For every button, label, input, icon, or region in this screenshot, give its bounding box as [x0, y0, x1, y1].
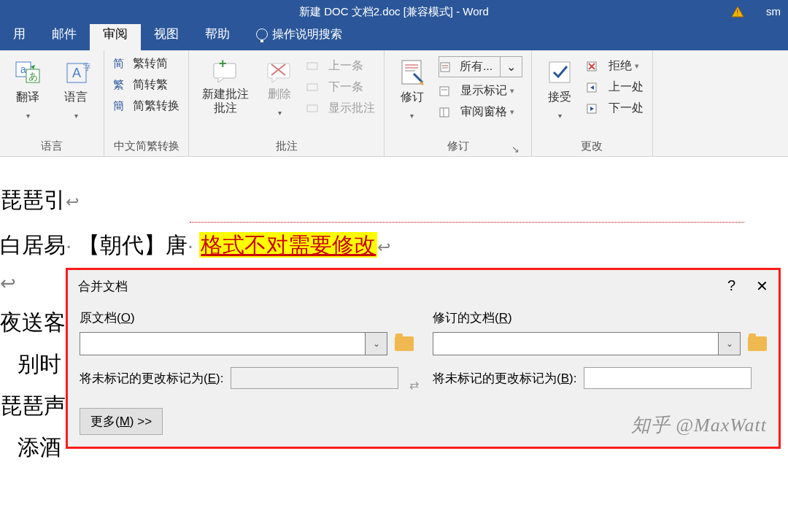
translate-label: 翻译: [16, 90, 39, 105]
group-convert: 简 繁转简 繁 简转繁 簡 简繁转换 中文简繁转换: [104, 50, 189, 156]
group-tracking: 修订 所有... ⌄ 显示标记 审阅窗格 修订↘: [385, 50, 532, 156]
dialog-help-button[interactable]: ?: [727, 277, 735, 295]
group-changes-label: 更改: [541, 139, 643, 156]
dropdown-indicator-icon: [278, 105, 282, 118]
svg-rect-17: [402, 61, 421, 84]
revised-document-dropdown[interactable]: ⌄: [719, 332, 741, 355]
revised-document-input[interactable]: [433, 332, 719, 355]
lightbulb-icon: [256, 28, 268, 40]
track-label: 修订: [401, 90, 424, 105]
group-convert-label: 中文简繁转换: [113, 139, 179, 156]
track-changes-button[interactable]: 修订: [393, 56, 431, 123]
original-mark-as-label: 将未标记的更改标记为(E):: [80, 370, 223, 387]
convert-label: 简繁转换: [133, 99, 179, 114]
svg-rect-15: [307, 84, 317, 90]
delete-comment-label: 删除: [268, 87, 291, 102]
prev-comment-label: 上一条: [328, 58, 363, 74]
svg-text:!: !: [737, 9, 739, 17]
title-bar: 新建 DOC 文档2.doc [兼容模式] - Word ! sm: [0, 0, 788, 24]
language-label: 语言: [64, 90, 88, 105]
prev-comment-button: 上一条: [306, 58, 374, 74]
next-change-button[interactable]: 下一处: [586, 101, 643, 116]
simp-to-trad-label: 简转繁: [133, 77, 168, 93]
tell-me-label: 操作说明搜索: [272, 28, 342, 40]
tell-me[interactable]: 操作说明搜索: [243, 20, 342, 50]
group-language: aあ 翻译 A字 语言 语言: [0, 50, 104, 156]
svg-text:あ: あ: [28, 71, 38, 82]
reject-label: 拒绝: [609, 58, 632, 74]
next-comment-button: 下一条: [306, 80, 374, 95]
display-for-review-dropdown[interactable]: 所有... ⌄: [439, 56, 522, 77]
swap-icon[interactable]: ⇄: [409, 378, 419, 392]
original-mark-as-input: [231, 367, 398, 389]
svg-text:A: A: [72, 66, 81, 80]
user-name: sm: [766, 5, 781, 18]
original-document-dropdown[interactable]: ⌄: [366, 332, 387, 355]
simp-to-trad-button[interactable]: 繁 简转繁: [113, 77, 179, 93]
group-comments: + 新建批注 批注 删除 上一条 下一条 显示批注 批注: [189, 50, 384, 156]
dropdown-indicator-icon: [26, 108, 30, 121]
revised-document-label: 修订的文档(R): [433, 305, 767, 332]
reviewing-pane-button[interactable]: 审阅窗格: [439, 104, 522, 120]
dropdown-indicator-icon: [410, 108, 414, 121]
svg-rect-14: [307, 63, 317, 69]
group-language-label: 语言: [9, 139, 95, 156]
convert-button[interactable]: 簡 简繁转换: [113, 99, 179, 114]
new-comment-button[interactable]: + 新建批注 批注: [198, 56, 253, 120]
svg-rect-16: [307, 105, 317, 112]
svg-rect-28: [549, 62, 570, 82]
group-changes: 接受 拒绝 上一处 下一处 更改: [532, 50, 652, 156]
highlighted-revision: 格式不对需要修改: [199, 232, 377, 258]
warning-icon: !: [731, 6, 744, 18]
doc-line-1: 琵琶引↩: [0, 179, 788, 220]
revised-mark-as-input[interactable]: [584, 367, 752, 389]
new-comment-label2: 批注: [214, 101, 237, 116]
svg-text:字: 字: [83, 62, 90, 72]
show-markup-button[interactable]: 显示标记: [439, 83, 522, 99]
document-area[interactable]: 琵琶引↩ 白居易· 【朝代】唐· 格式不对需要修改↩ ↩ 夜送客, 别时 琵琶声…: [0, 157, 788, 532]
revised-mark-as-label: 将未标记的更改标记为(B):: [433, 370, 576, 387]
dropdown-indicator-icon: [558, 108, 562, 121]
language-button[interactable]: A字 语言: [57, 56, 95, 123]
svg-text:a: a: [20, 63, 26, 75]
accept-label: 接受: [548, 90, 571, 105]
dialog-title: 合并文档: [78, 278, 128, 295]
svg-rect-26: [440, 108, 449, 117]
trad-to-simp-label: 繁转简: [133, 56, 168, 72]
ribbon-tabs: 用 邮件 审阅 视图 帮助 操作说明搜索: [0, 24, 788, 50]
display-for-review-label: 所有...: [455, 59, 497, 74]
new-comment-label1: 新建批注: [202, 87, 249, 102]
prev-change-label: 上一处: [609, 80, 644, 95]
more-button[interactable]: 更多(M) >>: [80, 408, 163, 435]
show-comments-label: 显示批注: [328, 101, 375, 116]
ribbon: aあ 翻译 A字 语言 语言 简 繁转简 繁 简转繁 簡 简繁转换 中文简繁转换…: [0, 50, 788, 157]
watermark: 知乎 @MaxWatt: [631, 412, 767, 438]
delete-comment-button: 删除: [260, 56, 298, 120]
dialog-close-button[interactable]: ✕: [756, 277, 768, 295]
svg-text:+: +: [219, 58, 227, 71]
prev-change-button[interactable]: 上一处: [586, 80, 643, 95]
group-comments-label: 批注: [198, 139, 374, 156]
group-tracking-label: 修订: [447, 139, 469, 152]
next-comment-label: 下一条: [328, 80, 363, 95]
svg-rect-24: [440, 87, 449, 96]
original-document-label: 原文档(O): [80, 305, 414, 332]
show-comments-button: 显示批注: [306, 101, 374, 116]
next-change-label: 下一处: [609, 101, 644, 116]
show-markup-label: 显示标记: [460, 83, 507, 99]
reviewing-pane-label: 审阅窗格: [460, 104, 507, 120]
revised-browse-icon[interactable]: [748, 336, 767, 351]
revision-line: [190, 222, 744, 223]
dropdown-indicator-icon: [74, 108, 78, 121]
trad-to-simp-button[interactable]: 简 繁转简: [113, 56, 179, 72]
doc-line-2: 白居易· 【朝代】唐· 格式不对需要修改↩: [0, 224, 788, 266]
reject-button[interactable]: 拒绝: [586, 58, 643, 74]
translate-button[interactable]: aあ 翻译: [9, 56, 47, 123]
window-title: 新建 DOC 文档2.doc [兼容模式] - Word: [299, 5, 489, 19]
original-document-input[interactable]: [80, 332, 366, 355]
original-browse-icon[interactable]: [395, 336, 414, 351]
tracking-launcher-icon[interactable]: ↘: [511, 144, 519, 155]
accept-button[interactable]: 接受: [541, 56, 579, 123]
revised-document-section: 修订的文档(R) ⌄ 将未标记的更改标记为(B):: [433, 305, 767, 389]
svg-rect-21: [441, 63, 449, 72]
